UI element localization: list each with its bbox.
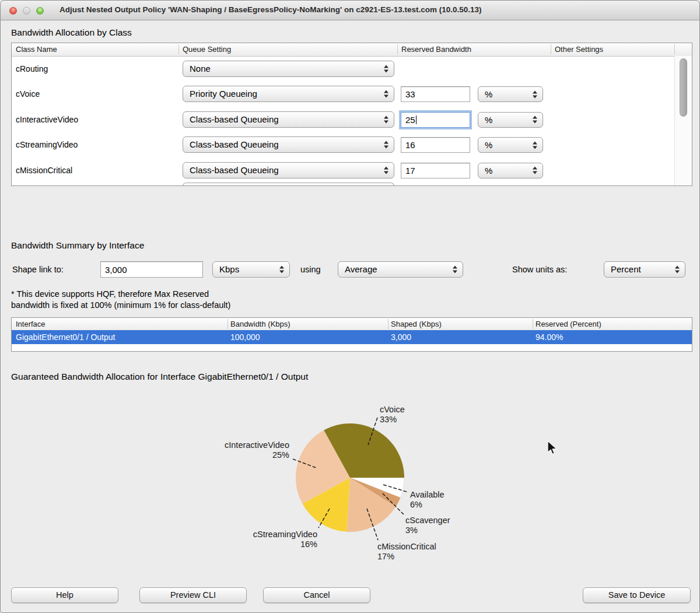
pie-slice-cMissionCritical: [346, 478, 396, 532]
shaped-cell: 3,000: [391, 330, 411, 344]
interface-table-header: Interface Bandwidth (Kbps) Shaped (Kbps)…: [12, 318, 692, 331]
unit-select[interactable]: %: [478, 137, 543, 153]
text-caret: [416, 115, 417, 124]
up-down-arrows-icon: [533, 167, 537, 174]
up-down-arrows-icon: [384, 115, 388, 123]
class-name-label: cVoice: [16, 86, 40, 102]
up-down-arrows-icon: [384, 65, 388, 73]
table-row: cStreamingVideo Class-based Queueing 16 …: [12, 136, 675, 153]
pie-slice-cScavenger: [350, 478, 400, 507]
up-down-arrows-icon: [384, 166, 388, 174]
hqf-note-line2: bandwidth is fixed at 100% (minimum 1% f…: [11, 300, 230, 310]
pie-label-cVoice: cVoice 33%: [380, 405, 405, 425]
dialog-window: Adjust Nested Output Policy 'WAN-Shaping…: [0, 0, 700, 613]
pie-leader-line-cVoice: [368, 418, 377, 445]
pie-leader-line-Available: [383, 485, 408, 492]
table-row: cMissionCritical Class-based Queueing 17…: [12, 162, 675, 178]
col-interface[interactable]: Interface: [16, 318, 46, 330]
close-icon[interactable]: [9, 7, 17, 15]
up-down-arrows-icon: [279, 266, 284, 274]
minimize-icon[interactable]: [23, 7, 30, 15]
pie-slice-Available: [350, 478, 404, 498]
unit-select[interactable]: %: [478, 86, 543, 102]
hqf-note-line1: * This device supports HQF, therefore Ma…: [11, 289, 209, 299]
reserved-bandwidth-input-focused[interactable]: 25: [401, 112, 470, 128]
using-label: using: [300, 261, 321, 278]
summary-section-heading: Bandwidth Summary by Interface: [11, 240, 144, 251]
show-units-label: Show units as:: [512, 261, 567, 278]
pie-slice-cInteractiveVideo: [296, 430, 350, 504]
cancel-button[interactable]: Cancel: [263, 587, 370, 603]
reserved-bandwidth-input[interactable]: 17: [401, 163, 470, 178]
queue-setting-select[interactable]: Priority Queueing: [183, 86, 394, 102]
partial-next-row-select[interactable]: [183, 183, 394, 186]
unit-select[interactable]: %: [478, 112, 543, 128]
pie-label-cInteractiveVideo: cInteractiveVideo 25%: [225, 440, 289, 460]
shape-link-input[interactable]: 3,000: [100, 261, 203, 278]
col-bandwidth[interactable]: Bandwidth (Kbps): [230, 318, 290, 330]
pie-leader-line-cStreamingVideo: [318, 509, 330, 528]
scrollbar-thumb[interactable]: [680, 58, 687, 117]
up-down-arrows-icon: [533, 116, 537, 124]
up-down-arrows-icon: [675, 266, 680, 274]
interface-cell: GigabitEthernet0/1 / Output: [16, 330, 115, 344]
bandwidth-cell: 100,000: [230, 330, 260, 344]
title-bar[interactable]: Adjust Nested Output Policy 'WAN-Shaping…: [1, 1, 699, 20]
pie-leader-line-cInteractiveVideo: [293, 459, 316, 468]
pie-leader-line-cMissionCritical: [367, 509, 378, 540]
pie-slice-cStreamingVideo: [303, 478, 350, 532]
class-table-header: Class Name Queue Setting Reserved Bandwi…: [12, 43, 692, 57]
reserved-bandwidth-input[interactable]: 16: [401, 137, 470, 153]
up-down-arrows-icon: [384, 141, 388, 149]
chart-heading: Guaranteed Bandwidth Allocation for Inte…: [11, 372, 308, 382]
save-to-device-button[interactable]: Save to Device: [583, 587, 691, 603]
pie-slice-cVoice: [324, 423, 404, 478]
up-down-arrows-icon: [384, 90, 388, 98]
shape-unit-select[interactable]: Kbps: [212, 261, 290, 278]
units-display-select[interactable]: Percent: [604, 261, 685, 278]
pie-label-cStreamingVideo: cStreamingVideo 16%: [253, 530, 317, 549]
table-row: cRouting None: [12, 61, 675, 77]
class-name-label: cMissionCritical: [16, 162, 72, 178]
preview-cli-button[interactable]: Preview CLI: [139, 587, 247, 603]
unit-select[interactable]: %: [478, 163, 543, 178]
col-other-settings[interactable]: Other Settings: [555, 43, 603, 55]
class-name-label: cStreamingVideo: [16, 136, 78, 153]
shaping-method-select[interactable]: Average: [338, 261, 463, 278]
reserved-cell: 94.00%: [536, 330, 563, 344]
queue-setting-select[interactable]: Class-based Queueing: [183, 136, 394, 153]
col-reserved-bandwidth[interactable]: Reserved Bandwidth: [401, 43, 471, 55]
up-down-arrows-icon: [533, 90, 537, 98]
pie-label-cMissionCritical: cMissionCritical 17%: [377, 542, 436, 562]
reserved-bandwidth-input[interactable]: 33: [401, 86, 470, 102]
pie-label-cScavenger: cScavenger 3%: [405, 516, 450, 535]
queue-setting-select[interactable]: Class-based Queueing: [183, 111, 394, 128]
pie-leader-line-cScavenger: [383, 493, 404, 514]
up-down-arrows-icon: [453, 266, 457, 274]
window-title: Adjust Nested Output Policy 'WAN-Shaping…: [60, 1, 482, 19]
table-row: cInteractiveVideo Class-based Queueing 2…: [12, 111, 675, 128]
up-down-arrows-icon: [533, 141, 537, 149]
class-name-label: cRouting: [16, 61, 48, 77]
help-button[interactable]: Help: [11, 587, 118, 603]
col-reserved[interactable]: Reserved (Percent): [536, 318, 601, 330]
queue-setting-select[interactable]: Class-based Queueing: [183, 162, 394, 178]
class-name-label: cInteractiveVideo: [16, 111, 78, 128]
col-class-name[interactable]: Class Name: [16, 43, 57, 55]
interface-summary-table: Interface Bandwidth (Kbps) Shaped (Kbps)…: [11, 317, 692, 352]
col-queue-setting[interactable]: Queue Setting: [183, 43, 231, 55]
shape-link-label: Shape link to:: [12, 261, 64, 278]
table-row: cVoice Priority Queueing 33 %: [12, 86, 675, 102]
queue-setting-select[interactable]: None: [183, 61, 394, 77]
pie-label-Available: Available 6%: [410, 490, 444, 510]
vertical-scrollbar[interactable]: [674, 56, 692, 185]
mouse-cursor-icon: [547, 440, 559, 457]
zoom-icon[interactable]: [36, 7, 44, 15]
selected-interface-row[interactable]: GigabitEthernet0/1 / Output 100,000 3,00…: [12, 330, 692, 344]
class-allocation-table: Class Name Queue Setting Reserved Bandwi…: [11, 43, 692, 186]
class-section-heading: Bandwidth Allocation by Class: [11, 27, 132, 38]
col-shaped[interactable]: Shaped (Kbps): [391, 318, 442, 330]
